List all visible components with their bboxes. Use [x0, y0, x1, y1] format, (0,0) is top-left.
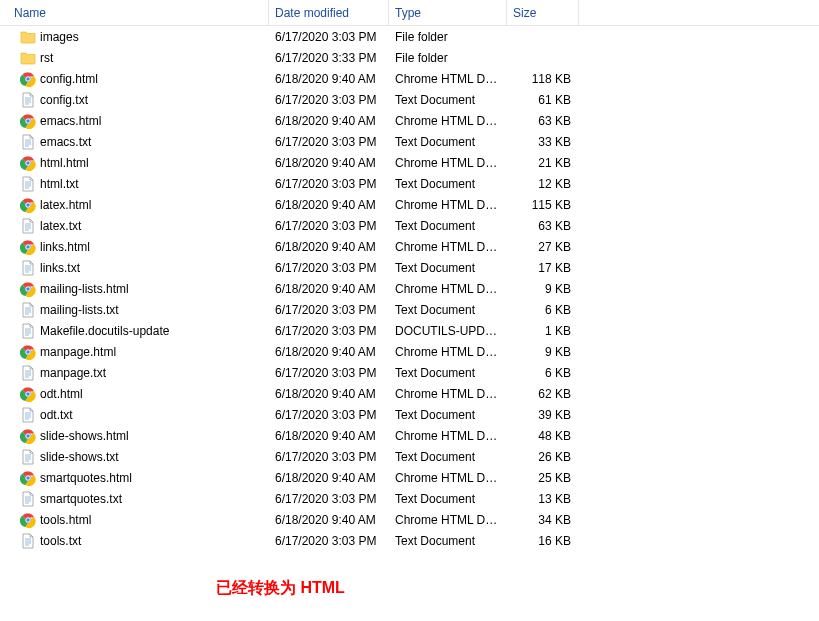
file-name-cell: html.txt: [14, 176, 269, 192]
file-date: 6/17/2020 3:03 PM: [269, 261, 389, 275]
file-size: 25 KB: [507, 471, 577, 485]
file-row[interactable]: smartquotes.html6/18/2020 9:40 AMChrome …: [0, 467, 819, 488]
file-row[interactable]: tools.txt6/17/2020 3:03 PMText Document1…: [0, 530, 819, 551]
chrome-icon: [20, 113, 36, 129]
chrome-icon: [20, 470, 36, 486]
text-icon: [20, 92, 36, 108]
file-size: 26 KB: [507, 450, 577, 464]
file-row[interactable]: html.txt6/17/2020 3:03 PMText Document12…: [0, 173, 819, 194]
file-type: Chrome HTML Do...: [389, 429, 507, 443]
file-type: Chrome HTML Do...: [389, 114, 507, 128]
file-name-cell: images: [14, 29, 269, 45]
file-name: smartquotes.txt: [40, 492, 122, 506]
file-name: html.html: [40, 156, 89, 170]
file-date: 6/17/2020 3:03 PM: [269, 408, 389, 422]
svg-point-14: [26, 244, 30, 248]
file-date: 6/17/2020 3:03 PM: [269, 366, 389, 380]
text-icon: [20, 260, 36, 276]
file-row[interactable]: html.html6/18/2020 9:40 AMChrome HTML Do…: [0, 152, 819, 173]
file-type: Text Document: [389, 135, 507, 149]
file-row[interactable]: slide-shows.txt6/17/2020 3:03 PMText Doc…: [0, 446, 819, 467]
file-row[interactable]: emacs.html6/18/2020 9:40 AMChrome HTML D…: [0, 110, 819, 131]
file-name-cell: smartquotes.txt: [14, 491, 269, 507]
file-type: Chrome HTML Do...: [389, 282, 507, 296]
file-row[interactable]: slide-shows.html6/18/2020 9:40 AMChrome …: [0, 425, 819, 446]
svg-point-8: [26, 160, 30, 164]
file-row[interactable]: odt.txt6/17/2020 3:03 PMText Document39 …: [0, 404, 819, 425]
svg-point-11: [26, 202, 30, 206]
file-date: 6/17/2020 3:03 PM: [269, 93, 389, 107]
file-row[interactable]: links.txt6/17/2020 3:03 PMText Document1…: [0, 257, 819, 278]
file-name-cell: manpage.html: [14, 344, 269, 360]
svg-point-23: [26, 391, 30, 395]
file-name-cell: rst: [14, 50, 269, 66]
file-row[interactable]: mailing-lists.html6/18/2020 9:40 AMChrom…: [0, 278, 819, 299]
file-row[interactable]: mailing-lists.txt6/17/2020 3:03 PMText D…: [0, 299, 819, 320]
file-date: 6/17/2020 3:33 PM: [269, 51, 389, 65]
file-row[interactable]: manpage.html6/18/2020 9:40 AMChrome HTML…: [0, 341, 819, 362]
file-row[interactable]: Makefile.docutils-update6/17/2020 3:03 P…: [0, 320, 819, 341]
file-name: links.txt: [40, 261, 80, 275]
file-type: Chrome HTML Do...: [389, 387, 507, 401]
file-date: 6/17/2020 3:03 PM: [269, 30, 389, 44]
file-name-cell: config.txt: [14, 92, 269, 108]
text-icon: [20, 134, 36, 150]
file-row[interactable]: config.txt6/17/2020 3:03 PMText Document…: [0, 89, 819, 110]
column-header-size[interactable]: Size: [507, 0, 579, 25]
file-name-cell: emacs.html: [14, 113, 269, 129]
file-row[interactable]: tools.html6/18/2020 9:40 AMChrome HTML D…: [0, 509, 819, 530]
file-date: 6/18/2020 9:40 AM: [269, 114, 389, 128]
file-type: Chrome HTML Do...: [389, 513, 507, 527]
file-date: 6/17/2020 3:03 PM: [269, 534, 389, 548]
file-date: 6/18/2020 9:40 AM: [269, 198, 389, 212]
file-row[interactable]: images6/17/2020 3:03 PMFile folder: [0, 26, 819, 47]
file-row[interactable]: odt.html6/18/2020 9:40 AMChrome HTML Do.…: [0, 383, 819, 404]
file-type: Text Document: [389, 219, 507, 233]
file-size: 9 KB: [507, 282, 577, 296]
file-name-cell: manpage.txt: [14, 365, 269, 381]
text-icon: [20, 407, 36, 423]
file-row[interactable]: rst6/17/2020 3:33 PMFile folder: [0, 47, 819, 68]
chrome-icon: [20, 71, 36, 87]
file-date: 6/18/2020 9:40 AM: [269, 429, 389, 443]
file-date: 6/17/2020 3:03 PM: [269, 135, 389, 149]
column-header-type[interactable]: Type: [389, 0, 507, 25]
file-row[interactable]: emacs.txt6/17/2020 3:03 PMText Document3…: [0, 131, 819, 152]
file-name: images: [40, 30, 79, 44]
svg-point-32: [26, 517, 30, 521]
file-date: 6/17/2020 3:03 PM: [269, 219, 389, 233]
column-header-date[interactable]: Date modified: [269, 0, 389, 25]
file-type: Text Document: [389, 366, 507, 380]
file-size: 6 KB: [507, 366, 577, 380]
file-type: Text Document: [389, 303, 507, 317]
annotation-text: 已经转换为 HTML: [216, 578, 345, 599]
file-date: 6/18/2020 9:40 AM: [269, 471, 389, 485]
file-name-cell: slide-shows.html: [14, 428, 269, 444]
file-name-cell: latex.html: [14, 197, 269, 213]
column-header-name[interactable]: Name: [0, 0, 269, 25]
file-name-cell: Makefile.docutils-update: [14, 323, 269, 339]
file-date: 6/17/2020 3:03 PM: [269, 324, 389, 338]
chrome-icon: [20, 197, 36, 213]
file-row[interactable]: config.html6/18/2020 9:40 AMChrome HTML …: [0, 68, 819, 89]
file-size: 13 KB: [507, 492, 577, 506]
file-size: 39 KB: [507, 408, 577, 422]
folder-icon: [20, 50, 36, 66]
file-name: odt.html: [40, 387, 83, 401]
file-date: 6/17/2020 3:03 PM: [269, 177, 389, 191]
svg-point-29: [26, 475, 30, 479]
file-size: 6 KB: [507, 303, 577, 317]
file-row[interactable]: links.html6/18/2020 9:40 AMChrome HTML D…: [0, 236, 819, 257]
file-size: 9 KB: [507, 345, 577, 359]
file-row[interactable]: latex.html6/18/2020 9:40 AMChrome HTML D…: [0, 194, 819, 215]
file-type: Text Document: [389, 534, 507, 548]
file-name-cell: links.txt: [14, 260, 269, 276]
file-name: latex.html: [40, 198, 91, 212]
file-row[interactable]: latex.txt6/17/2020 3:03 PMText Document6…: [0, 215, 819, 236]
file-name: slide-shows.html: [40, 429, 129, 443]
file-row[interactable]: smartquotes.txt6/17/2020 3:03 PMText Doc…: [0, 488, 819, 509]
file-size: 63 KB: [507, 114, 577, 128]
text-icon: [20, 365, 36, 381]
file-row[interactable]: manpage.txt6/17/2020 3:03 PMText Documen…: [0, 362, 819, 383]
chrome-icon: [20, 428, 36, 444]
